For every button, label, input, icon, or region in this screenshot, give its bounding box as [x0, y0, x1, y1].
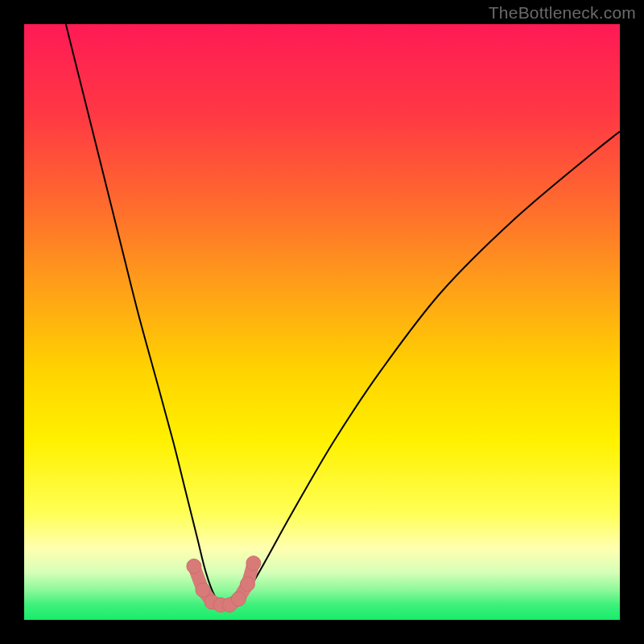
gradient-rect	[24, 24, 620, 620]
marker-dot	[241, 577, 255, 592]
watermark-text: TheBottleneck.com	[489, 3, 636, 23]
chart-frame: TheBottleneck.com	[0, 0, 644, 644]
marker-dot	[246, 556, 261, 571]
plot-area	[24, 24, 620, 620]
chart-svg	[24, 24, 620, 620]
marker-dot	[231, 592, 246, 606]
marker-dot	[196, 583, 210, 597]
marker-dot	[187, 559, 201, 573]
